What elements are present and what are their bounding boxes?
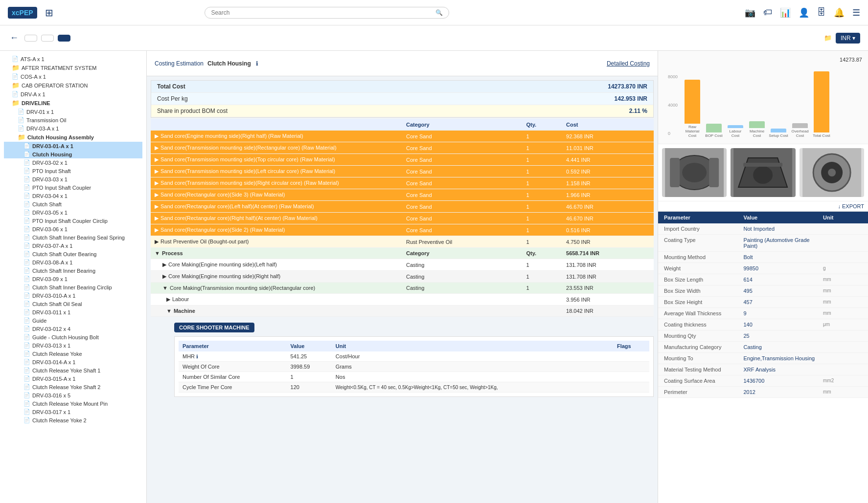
mp-col-value: Value (287, 341, 332, 351)
sidebar-item-oil-seal[interactable]: 📄 Clutch Shaft Oil Seal (4, 300, 142, 308)
sidebar-item-drv0307a[interactable]: 📄 DRV-03-07-A x 1 (4, 241, 142, 250)
row-cost: 131.708 INR (562, 259, 654, 271)
expand-icon[interactable]: ▶ (162, 262, 166, 267)
sidebar-item-drv0303[interactable]: 📄 DRV-03-03 x 1 (4, 175, 142, 183)
file-icon: 📄 (23, 209, 30, 216)
sidebar-item-clutch-shaft[interactable]: 📄 Clutch Shaft (4, 200, 142, 208)
sidebar-item-driveline[interactable]: 📁 DRIVELINE (4, 98, 142, 108)
sidebar-item-pto-circlip[interactable]: 📄 PTO Input Shaft Coupler Circlip (4, 217, 142, 225)
sidebar-item-drv0305[interactable]: 📄 DRV-03-05 x 1 (4, 208, 142, 217)
sidebar-item-drv01[interactable]: 📄 DRV-01 x 1 (4, 108, 142, 116)
expand-icon[interactable]: ▶ (155, 180, 159, 186)
expand-icon[interactable]: ▶ (155, 145, 159, 151)
sidebar-item-drv03a[interactable]: 📄 DRV-03-A x 1 (4, 124, 142, 132)
camera-icon[interactable]: 📷 (745, 7, 755, 18)
sidebar-item-drv0308a[interactable]: 📄 DRV-03-08-A x 1 (4, 258, 142, 266)
expand-icon[interactable]: ▶ (155, 203, 159, 209)
sidebar-item-drv03013[interactable]: 📄 DRV-03-013 x 1 (4, 341, 142, 350)
expand-icon[interactable]: ▼ (166, 308, 172, 314)
sidebar-item-transmission-oil[interactable]: 📄 Transmission Oil (4, 116, 142, 124)
sidebar-label: DRV-03-017 x 1 (32, 409, 70, 415)
folder-icon: 📁 (12, 99, 20, 107)
expand-icon[interactable]: ▶ (162, 273, 166, 279)
sidebar-item-drv03017[interactable]: 📄 DRV-03-017 x 1 (4, 408, 142, 416)
sidebar-item-ats-folder[interactable]: 📁 AFTER TREATMENT SYSTEM (4, 63, 142, 72)
sidebar-item-clutch-housing[interactable]: 📄 Clutch Housing (4, 150, 142, 158)
info-icon[interactable]: ℹ (256, 60, 258, 67)
sidebar-item-inner-bearing[interactable]: 📄 Clutch Shaft Inner Bearing (4, 266, 142, 275)
user-icon[interactable]: 👤 (799, 7, 809, 18)
expand-icon[interactable]: ▶ (155, 156, 159, 162)
sidebar-item-ats[interactable]: 📄 ATS-A x 1 (4, 55, 142, 63)
export-link[interactable]: ↓ EXPORT (658, 201, 868, 211)
sidebar-item-bearing-circlip[interactable]: 📄 Clutch Shaft Inner Bearing Circlip (4, 283, 142, 291)
detailed-costing-link[interactable]: Detailed Costing (607, 60, 650, 67)
sidebar-item-drv0302[interactable]: 📄 DRV-03-02 x 1 (4, 158, 142, 167)
toolbar-btn-1[interactable] (24, 35, 37, 42)
expand-icon[interactable]: ▶ (155, 168, 159, 174)
sidebar-item-release-yoke[interactable]: 📄 Clutch Release Yoke (4, 350, 142, 358)
toolbar-btn-2[interactable] (41, 35, 54, 42)
sidebar-item-cos[interactable]: 📄 COS-A x 1 (4, 72, 142, 81)
bar-bop-label: BOP Cost (704, 133, 724, 138)
expand-icon[interactable]: ▶ (155, 133, 159, 139)
params-col-unit: Unit (823, 215, 862, 220)
sidebar-item-yoke-shaft2[interactable]: 📄 Clutch Release Yoke Shaft 2 (4, 383, 142, 391)
sidebar-item-drv0304[interactable]: 📄 DRV-03-04 x 1 (4, 192, 142, 200)
sidebar-item-drv0309[interactable]: 📄 DRV-03-09 x 1 (4, 275, 142, 283)
sidebar-item-seal-spring[interactable]: 📄 Clutch Shaft Inner Bearing Seal Spring (4, 233, 142, 241)
sidebar-item-drv03011[interactable]: 📄 DRV-03-011 x 1 (4, 308, 142, 316)
cost-summary: Total Cost 14273.870 INR Cost Per kg 142… (151, 80, 654, 118)
table-row: ▶Core Making(Engine mounting side)(Left … (151, 259, 654, 271)
sidebar-item-yoke-shaft1[interactable]: 📄 Clutch Release Yoke Shaft 1 (4, 366, 142, 374)
expand-icon[interactable]: ▶ (155, 192, 159, 197)
sidebar-item-guide[interactable]: 📄 Guide (4, 316, 142, 325)
sidebar-item-outer-bearing[interactable]: 📄 Clutch Shaft Outer Bearing (4, 250, 142, 258)
sidebar-label: DRV-01 x 1 (26, 109, 54, 115)
sidebar-item-yoke2[interactable]: 📄 Clutch Release Yoke 2 (4, 416, 142, 424)
sidebar-item-clutch-housing-assembly[interactable]: 📁 Clutch Housing Assembly (4, 132, 142, 142)
param-unit (823, 237, 862, 249)
sidebar-label: Clutch Release Yoke Mount Pin (32, 401, 108, 407)
sidebar-item-drv0301a[interactable]: 📄 DRV-03-01-A x 1 (4, 142, 142, 150)
sidebar-item-drv0306[interactable]: 📄 DRV-03-06 x 1 (4, 225, 142, 233)
scan-icon[interactable]: ⊞ (45, 7, 53, 19)
mhr-info-icon[interactable]: ℹ (196, 354, 198, 359)
sidebar-item-drv03016[interactable]: 📄 DRV-03-016 x 5 (4, 391, 142, 399)
expand-icon[interactable]: ▶ (155, 215, 159, 221)
sidebar-item-yoke-mount-pin[interactable]: 📄 Clutch Release Yoke Mount Pin (4, 399, 142, 408)
expand-icon[interactable]: ▶ (166, 296, 170, 302)
menu-icon[interactable]: ☰ (852, 7, 860, 18)
expand-icon[interactable]: ▼ (155, 250, 160, 256)
sidebar-item-drv03015a[interactable]: 📄 DRV-03-015-A x 1 (4, 374, 142, 383)
sidebar-item-drv03012[interactable]: 📄 DRV-03-012 x 4 (4, 325, 142, 333)
barcode-icon[interactable]: 🏷 (763, 7, 772, 18)
sidebar-item-pto-input[interactable]: 📄 PTO Input Shaft (4, 167, 142, 175)
expand-icon[interactable]: ▼ (162, 285, 168, 291)
sidebar-item-drv03014a[interactable]: 📄 DRV-03-014-A x 1 (4, 358, 142, 366)
search-bar[interactable]: 🔍 (205, 7, 449, 19)
breadcrumb-costing[interactable]: Costing Estimation (155, 60, 204, 67)
chart-icon[interactable]: 📊 (780, 7, 791, 18)
sidebar-label: PTO Input Shaft Coupler (32, 185, 91, 191)
param-value: Casting (744, 344, 823, 350)
params-row-perimeter: Perimeter 2012 mm (658, 387, 868, 398)
sidebar-item-pto-coupler[interactable]: 📄 PTO Input Shaft Coupler (4, 183, 142, 192)
bell-icon[interactable]: 🔔 (834, 7, 845, 18)
expand-icon[interactable]: ▶ (155, 227, 159, 233)
search-input[interactable] (211, 9, 435, 16)
machine-row: ▼Machine 18.042 INR (151, 306, 654, 317)
search-icon[interactable]: 🔍 (435, 9, 443, 16)
sidebar-item-drv[interactable]: 📄 DRV-A x 1 (4, 90, 142, 98)
database-icon[interactable]: 🗄 (817, 7, 826, 18)
sidebar-item-guide-bolt[interactable]: 📄 Guide - Clutch Housing Bolt (4, 333, 142, 341)
expand-icon[interactable]: ▶ (155, 239, 159, 244)
currency-selector[interactable]: INR ▾ (836, 33, 860, 44)
back-button[interactable]: ← (8, 31, 21, 45)
sidebar-item-cab[interactable]: 📁 CAB OPERATOR STATION (4, 81, 142, 90)
part-svg-2 (731, 148, 795, 197)
toolbar-btn-3[interactable] (58, 35, 70, 42)
sidebar-label: DRV-03-014-A x 1 (32, 359, 75, 365)
sidebar-item-drv03010a[interactable]: 📄 DRV-03-010-A x 1 (4, 291, 142, 300)
row-qty: 1 (523, 236, 563, 248)
